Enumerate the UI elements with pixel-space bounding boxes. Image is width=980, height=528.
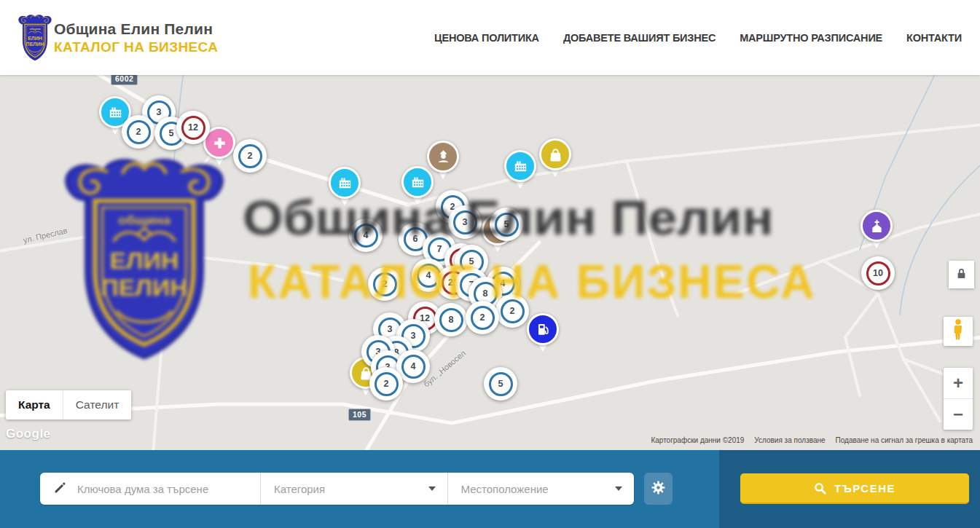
cluster-count: 4 [364,230,369,240]
cluster-ring: 5 [495,213,519,237]
cluster-count: 7 [437,244,442,254]
map-cluster-marker[interactable]: 2 [495,294,529,328]
cluster-count: 3 [463,217,468,227]
map-cluster-marker[interactable]: 4 [349,218,383,252]
cluster-count: 3 [157,107,162,117]
cluster-count: 4 [426,270,431,280]
gear-icon [651,481,665,497]
map-cluster-marker[interactable]: 3 [448,205,482,239]
cluster-count: 12 [188,122,198,133]
cluster-ring: 2 [501,299,525,323]
cluster-ring: 10 [866,261,890,285]
zoom-in-button[interactable]: + [944,368,973,399]
map-attribution: Картографски данни ©2019Условия за ползв… [649,436,974,444]
map-cluster-marker[interactable]: 2 [369,367,403,401]
cluster-count: 2 [480,312,485,323]
cluster-ring: 3 [453,210,477,235]
keyword-cell [40,473,260,505]
watermark-subtitle: КАТАЛОГ НА БИЗНЕСА [248,255,816,309]
cluster-ring: 4 [401,355,426,379]
search-button[interactable]: ТЪРСЕНЕ [740,473,969,504]
map-pin-marker[interactable] [426,141,460,186]
chevron-down-icon [615,486,622,491]
map-pin-marker[interactable] [860,210,893,255]
svg-text:ЕЛИН: ЕЛИН [110,248,179,274]
pencil-icon [53,481,67,497]
bag-icon [539,138,571,170]
map-cluster-marker[interactable]: 2 [368,267,401,301]
map-cluster-marker[interactable]: 5 [484,367,517,401]
map-type-control: Карта Сателит [6,390,131,419]
cluster-count: 8 [449,315,454,325]
site-header: община ЕЛИН ПЕЛИН Община Елин Пелин КАТА… [0,0,980,75]
map-canvas[interactable]: 6002105ул. Преславбул. „Новосел 3 2 5 12… [0,75,980,450]
cluster-ring: 5 [489,372,513,396]
cluster-count: 3 [388,324,393,334]
cluster-ring: 4 [354,224,378,248]
street-view-pegman-button[interactable] [944,317,973,346]
cluster-count: 4 [411,361,416,371]
map-type-satellite-button[interactable]: Сателит [63,390,131,419]
cluster-count: 2 [383,279,388,289]
attribution-text: Картографски данни ©2019 [649,436,745,444]
cluster-count: 10 [873,268,883,278]
cluster-count: 2 [510,306,515,316]
map-cluster-marker[interactable]: 10 [861,256,895,290]
map-pin-marker[interactable] [503,150,537,195]
cluster-ring: 2 [373,272,397,296]
nav-item[interactable]: КОНТАКТИ [906,32,962,44]
cluster-count: 5 [169,128,174,138]
site-title: Община Елин Пелин [54,20,218,38]
nav-item[interactable]: ДОБАВЕТЕ ВАШИЯТ БИЗНЕС [563,32,716,44]
cluster-count: 6 [413,234,418,244]
pegman-icon [952,319,964,344]
map-cluster-marker[interactable]: 2 [122,115,155,149]
cluster-count: 4 [501,278,506,288]
map-pin-marker[interactable] [328,167,361,212]
map-cluster-marker[interactable]: 5 [490,208,523,241]
road-badge: 105 [348,409,371,421]
cluster-ring: 2 [375,372,399,396]
google-logo[interactable]: Google [6,427,51,441]
category-select[interactable]: Категория [261,473,447,505]
location-select[interactable]: Местоположение [448,473,635,505]
svg-text:ПЕЛИН: ПЕЛИН [101,275,187,301]
worker-icon [427,141,459,173]
road-badge: 6002 [111,75,138,85]
church-icon [861,210,893,242]
watermark-logo: община ЕЛИН ПЕЛИН [53,155,235,365]
cluster-ring: 2 [471,306,495,330]
cluster-count: 3 [411,331,416,341]
nav-item[interactable]: МАРШРУТНО РАЗПИСАНИЕ [740,32,882,44]
main-nav: ЦЕНОВА ПОЛИТИКАДОБАВЕТЕ ВАШИЯТ БИЗНЕСМАР… [434,0,962,75]
zoom-out-button[interactable]: − [944,399,973,430]
factory-icon [504,150,536,182]
cluster-count: 2 [384,379,389,389]
attribution-link[interactable]: Подаване на сигнал за грешка в картата [834,436,974,444]
settings-button[interactable] [644,473,673,505]
svg-text:община: община [118,213,171,227]
category-select-label: Категория [274,483,325,495]
fuel-icon [527,313,559,345]
cluster-count: 5 [469,256,474,267]
cluster-count: 5 [498,379,503,389]
map-type-map-button[interactable]: Карта [6,390,63,419]
factory-icon [329,167,361,199]
cluster-count: 8 [483,288,488,299]
map-cluster-marker[interactable]: 12 [176,111,210,144]
attribution-link[interactable]: Условия за ползване [753,436,826,444]
svg-text:ЕЛИН: ЕЛИН [28,36,42,42]
municipality-logo[interactable]: община ЕЛИН ПЕЛИН [16,14,54,62]
keyword-input[interactable] [76,482,260,496]
page: община ЕЛИН ПЕЛИН Община Елин Пелин КАТА… [0,0,980,528]
chevron-down-icon [428,486,436,491]
lock-control-button[interactable] [949,261,974,288]
map-cluster-marker[interactable]: 2 [466,301,499,334]
nav-item[interactable]: ЦЕНОВА ПОЛИТИКА [434,32,539,44]
map-pin-marker[interactable] [538,138,572,184]
map-cluster-marker[interactable]: 8 [434,303,468,336]
map-cluster-marker[interactable]: 2 [233,139,267,173]
svg-text:община: община [30,27,42,31]
map-pin-marker[interactable] [526,313,560,358]
cluster-count: 2 [136,127,141,137]
